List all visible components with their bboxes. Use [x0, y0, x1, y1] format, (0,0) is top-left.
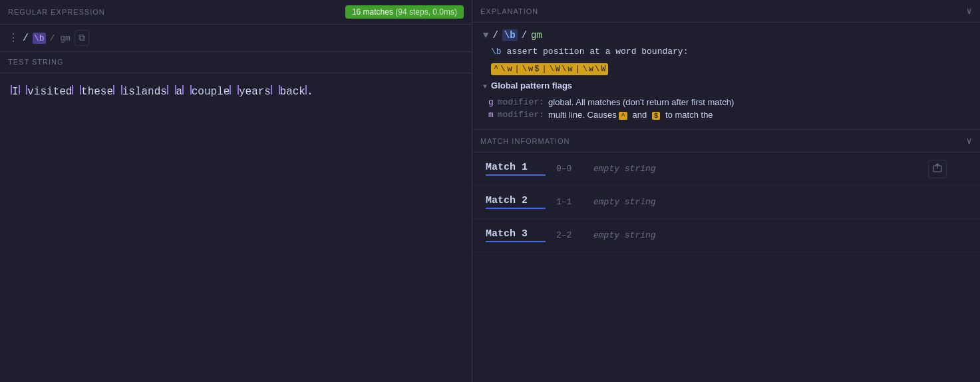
flag-m-key: m	[488, 110, 494, 120]
regex-header: REGULAR EXPRESSION 16 matches (94 steps,…	[0, 0, 472, 25]
match-item: Match 1 0–0 empty string	[472, 152, 980, 186]
explanation-title: EXPLANATION	[480, 7, 538, 15]
flag-m-modifier: modifier:	[498, 110, 544, 120]
dollar-box: $	[652, 112, 661, 120]
match-item: Match 2 1–1 empty string	[472, 186, 980, 219]
match-info-chevron-icon[interactable]: ∨	[967, 135, 972, 146]
regex-title: REGULAR EXPRESSION	[8, 8, 105, 16]
flags-section: ▼ Global pattern flags g modifier: globa…	[483, 81, 969, 120]
regex-slash-open: /	[492, 30, 498, 41]
triangle-down-icon[interactable]: ▼	[483, 30, 488, 41]
flag-m-prefix: multi line. Causes	[548, 110, 617, 120]
steps-text: (94 steps, 0.0ms)	[395, 7, 457, 17]
match-3-range: 2–2	[556, 230, 583, 240]
slash-close-flags: / gm	[50, 33, 71, 43]
share-icon[interactable]	[928, 160, 947, 178]
match-2-range: 1–1	[556, 197, 583, 207]
flag-g-line: g modifier: global. All matches (don't r…	[488, 97, 969, 107]
regex-flags-explanation: gm	[531, 30, 542, 41]
match-3-label: Match 3	[486, 228, 546, 242]
copy-icon[interactable]: ⧉	[75, 30, 89, 46]
regex-pattern-explanation: \b	[502, 29, 518, 41]
assert-text: assert position at a word boundary:	[506, 47, 688, 57]
test-string-title: TEST STRING	[8, 58, 64, 66]
flag-m-desc: multi line. Causes ^ and $ to match the	[548, 110, 713, 120]
bc-caret: ^	[494, 65, 498, 74]
chevron-down-icon[interactable]: ∨	[967, 5, 972, 17]
right-panel: EXPLANATION ∨ ▼ / \b / gm \b assert posi…	[472, 0, 980, 382]
flags-triangle-icon[interactable]: ▼	[483, 83, 487, 91]
flag-g-desc: global. All matches (don't return after …	[548, 97, 734, 107]
match-item: Match 3 2–2 empty string	[472, 219, 980, 252]
boundary-box-line: ^ \w | \w$ | \W \w | \w \W	[491, 61, 969, 75]
slash-open: /	[23, 33, 29, 44]
flags-section-title: Global pattern flags	[491, 81, 572, 91]
explanation-header: EXPLANATION ∨	[472, 0, 980, 23]
flag-g-modifier: modifier:	[498, 97, 544, 107]
match-3-value: empty string	[593, 230, 656, 240]
explanation-body: ▼ / \b / gm \b assert position at a word…	[472, 23, 980, 130]
test-string-header: TEST STRING	[0, 52, 472, 73]
flag-m-line: m modifier: multi line. Causes ^ and $ t…	[488, 110, 969, 120]
matches-count: 16 matches	[352, 7, 393, 17]
match-1-value: empty string	[593, 164, 656, 174]
options-icon[interactable]: ⋮	[8, 31, 19, 45]
regex-slash-close: /	[522, 30, 527, 41]
matches-badge: 16 matches (94 steps, 0.0ms)	[345, 5, 464, 19]
test-string-area[interactable]: I visited these islands a couple years	[0, 73, 472, 382]
test-string-content: I visited these islands a couple years	[11, 84, 461, 101]
caret-box: ^	[619, 112, 627, 120]
regex-pattern-display: \b	[33, 33, 46, 44]
match-info-header: MATCH INFORMATION ∨	[472, 130, 980, 152]
match-info-title: MATCH INFORMATION	[480, 137, 570, 145]
flag-m-suffix: to match the	[665, 110, 713, 120]
app-container: REGULAR EXPRESSION 16 matches (94 steps,…	[0, 0, 980, 382]
flag-g-key: g	[488, 97, 494, 107]
regex-input-row: ⋮ / \b / gm ⧉	[0, 25, 472, 52]
regex-display-line: ▼ / \b / gm	[483, 29, 969, 41]
backslash-b: \b	[491, 47, 502, 57]
match-2-value: empty string	[593, 197, 656, 207]
match-list[interactable]: Match 1 0–0 empty string Match 2 1–1 emp…	[472, 152, 980, 382]
match-2-label: Match 2	[486, 195, 546, 209]
assert-line: \b assert position at a word boundary:	[491, 47, 969, 57]
match-1-range: 0–0	[556, 164, 583, 174]
flag-m-and: and	[633, 110, 647, 120]
boundary-chars-box: ^ \w | \w$ | \W \w | \w \W	[491, 63, 608, 75]
flags-title-row: ▼ Global pattern flags	[483, 81, 969, 93]
left-panel: REGULAR EXPRESSION 16 matches (94 steps,…	[0, 0, 472, 382]
match-1-label: Match 1	[486, 162, 546, 176]
